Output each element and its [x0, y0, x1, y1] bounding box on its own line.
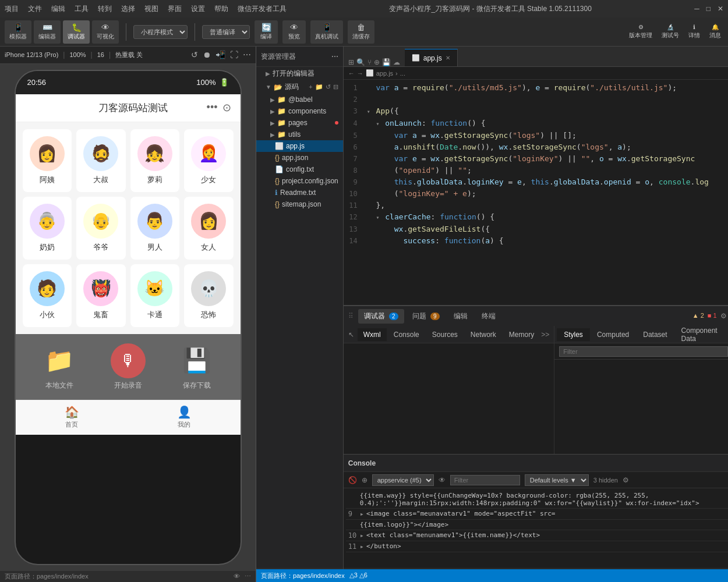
record-icon[interactable]: ⏺: [203, 50, 211, 59]
computed-tab[interactable]: Computed: [590, 328, 636, 341]
menu-item-file[interactable]: 文件: [28, 4, 42, 14]
component-data-tab[interactable]: Component Data: [674, 324, 725, 345]
styles-tab[interactable]: Styles: [557, 328, 590, 341]
fe-open-editors[interactable]: ▶ 打开的编辑器: [256, 67, 343, 80]
preview-button[interactable]: 👁 预览: [282, 20, 306, 44]
version-mgmt-button[interactable]: ⚙ 版本管理: [627, 23, 655, 41]
clear-cache-button[interactable]: 🗑 清缓存: [348, 20, 374, 44]
menu-item-wechat[interactable]: 微信开发者工具: [238, 4, 287, 14]
fe-readme-file[interactable]: ℹ Readme.txt: [256, 187, 343, 198]
branch-icon[interactable]: ⑂: [367, 58, 372, 66]
new-folder-icon[interactable]: 📁: [315, 83, 323, 91]
avatar-item-11[interactable]: 💀 恐怖: [184, 264, 234, 327]
save-btn[interactable]: 💾 保存下载: [179, 343, 214, 391]
memory-tab[interactable]: Memory: [503, 328, 540, 341]
nav-profile[interactable]: 👤 我的: [177, 405, 192, 429]
fe-config-file[interactable]: 📄 config.txt: [256, 164, 343, 175]
cloud-icon[interactable]: ☁: [393, 58, 400, 66]
fe-projectconfig-file[interactable]: {} project.config.json: [256, 175, 343, 187]
avatar-item-4[interactable]: 👵 奶奶: [23, 197, 72, 260]
menu-bar[interactable]: 项目 文件 编辑 工具 转到 选择 视图 界面 设置 帮助 微信开发者工具: [5, 4, 287, 14]
split-icon[interactable]: ⊞: [348, 58, 354, 66]
avatar-item-2[interactable]: 👧 萝莉: [130, 129, 180, 192]
edit-tab[interactable]: 编辑: [448, 309, 473, 324]
test-num-button[interactable]: 🔬 测试号: [659, 23, 681, 41]
menu-item-settings[interactable]: 设置: [191, 4, 205, 14]
menu-dots-icon[interactable]: •••: [207, 101, 218, 114]
hotreload-button[interactable]: 热重载 关: [115, 51, 143, 59]
fe-appjson-file[interactable]: {} app.json: [256, 152, 343, 164]
close-button[interactable]: ✕: [718, 5, 723, 13]
console-tab[interactable]: Console: [388, 328, 425, 341]
refresh-tree-icon[interactable]: ↺: [326, 83, 331, 91]
console-settings-icon[interactable]: ⚙: [623, 476, 629, 484]
simulator-button[interactable]: 📱 模拟器: [5, 20, 31, 44]
mode-selector[interactable]: 小程序模式: [133, 25, 188, 39]
fe-components-folder[interactable]: ▶ 📁 components: [256, 105, 343, 117]
avatar-item-8[interactable]: 🧑 小伙: [23, 264, 72, 327]
fe-more-icon[interactable]: ⋯: [331, 52, 338, 61]
git-icon[interactable]: ⊕: [374, 58, 380, 66]
menu-item-interface[interactable]: 界面: [168, 4, 182, 14]
editor-tab-appjs[interactable]: ⬜ app.js ✕: [405, 49, 458, 66]
issues-tab[interactable]: 问题 9: [407, 309, 446, 324]
collapse-icon[interactable]: ⊟: [333, 83, 338, 91]
refresh-icon[interactable]: ↺: [191, 50, 198, 59]
search-editor-icon[interactable]: 🔍: [356, 58, 365, 66]
maximize-button[interactable]: □: [706, 5, 711, 13]
compile-selector[interactable]: 普通编译: [202, 25, 250, 39]
fe-sitemap-file[interactable]: {} sitemap.json: [256, 198, 343, 210]
avatar-item-10[interactable]: 🐱 卡通: [130, 264, 180, 327]
fe-utils-folder[interactable]: ▶ 📁 utils: [256, 129, 343, 140]
console-eye-icon[interactable]: 👁: [439, 476, 446, 484]
mobile-icon[interactable]: 📲: [215, 50, 225, 59]
scope-data-tab[interactable]: Scope Data: [725, 324, 728, 345]
local-file-btn[interactable]: 📁 本地文件: [42, 343, 77, 391]
avatar-item-3[interactable]: 👩‍🦰 少女: [184, 129, 234, 192]
console-filter-toggle-icon[interactable]: ⊕: [362, 476, 367, 484]
menu-item-project[interactable]: 项目: [5, 4, 19, 14]
debugger-tab[interactable]: 调试器 2: [358, 309, 404, 324]
compile-button[interactable]: 🔄 编译: [255, 20, 278, 44]
fe-source-folder[interactable]: ▼ 📂 源码 + 📁 ↺ ⊟: [256, 80, 343, 94]
console-filter-input[interactable]: [450, 475, 520, 485]
window-controls[interactable]: ─ □ ✕: [694, 5, 723, 13]
new-file-icon[interactable]: +: [309, 83, 312, 91]
fe-pages-folder[interactable]: ▶ 📁 pages: [256, 117, 343, 129]
breadcrumb-forward-icon[interactable]: →: [357, 70, 363, 77]
real-machine-button[interactable]: 📱 真机调试: [310, 20, 343, 44]
visual-button[interactable]: 👁 可视化: [92, 20, 119, 44]
pointer-icon[interactable]: ↖: [348, 331, 354, 339]
fullscreen-icon[interactable]: ⛶: [230, 50, 238, 59]
avatar-item-9[interactable]: 👹 鬼畜: [76, 264, 126, 327]
breadcrumb-back-icon[interactable]: ←: [348, 70, 355, 77]
minimize-button[interactable]: ─: [694, 5, 699, 13]
dataset-tab[interactable]: Dataset: [636, 328, 674, 341]
menu-item-select[interactable]: 选择: [121, 4, 135, 14]
menu-item-view[interactable]: 视图: [144, 4, 158, 14]
tab-close-btn[interactable]: ✕: [446, 55, 450, 61]
sources-tab[interactable]: Sources: [426, 328, 464, 341]
record-circle-icon[interactable]: ⊙: [222, 101, 231, 114]
record-btn[interactable]: 🎙 开始录音: [111, 343, 146, 391]
wxml-tab[interactable]: Wxml: [358, 328, 387, 341]
avatar-item-1[interactable]: 🧔 大叔: [76, 129, 126, 192]
avatar-item-7[interactable]: 👩 女人: [184, 197, 234, 260]
menu-item-edit[interactable]: 编辑: [51, 4, 65, 14]
menu-item-goto[interactable]: 转到: [98, 4, 112, 14]
nav-home[interactable]: 🏠 首页: [65, 405, 79, 429]
more-tabs-icon[interactable]: >>: [541, 331, 549, 339]
editor-button[interactable]: ⌨️ 编辑器: [34, 20, 61, 44]
eye-icon[interactable]: 👁: [234, 573, 240, 580]
console-levels-select[interactable]: Default levels ▼: [525, 474, 589, 486]
path-more-icon[interactable]: ⋯: [245, 573, 251, 580]
detail-button[interactable]: ℹ 详情: [686, 23, 702, 41]
more-icon[interactable]: ⋯: [243, 50, 251, 59]
avatar-item-6[interactable]: 👨 男人: [130, 197, 180, 260]
fe-babel-folder[interactable]: ▶ 📁 @babel: [256, 94, 343, 105]
console-clear-icon[interactable]: 🚫: [348, 476, 357, 484]
message-button[interactable]: 🔔 消息: [707, 23, 723, 41]
fe-appjs-file[interactable]: ⬜ app.js: [256, 140, 343, 152]
console-service-select[interactable]: appservice (#5): [372, 474, 434, 486]
dt-settings-icon[interactable]: ⚙: [720, 312, 727, 320]
